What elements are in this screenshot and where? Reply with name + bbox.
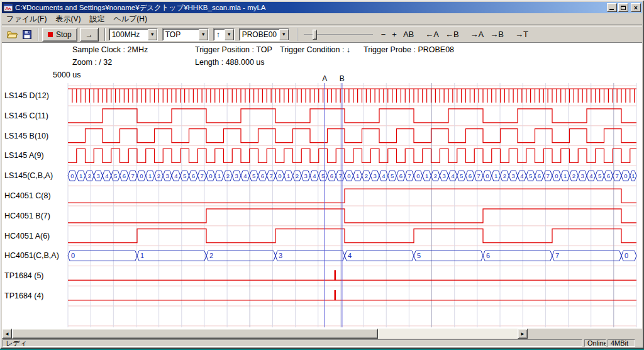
bus-value: 4 xyxy=(313,172,316,179)
bus-value: 7 xyxy=(615,172,618,179)
bus-value: 3 xyxy=(279,252,282,259)
bus-value: 7 xyxy=(408,172,411,179)
time-scale-label: 5000 us xyxy=(53,71,80,79)
statusbar: レディ Online 4MBit xyxy=(2,339,642,347)
waveform-trace xyxy=(68,229,636,243)
bus-value: 5 xyxy=(183,172,186,179)
bus-value: 4 xyxy=(243,172,247,179)
bus-value: 0 xyxy=(625,252,628,259)
bus-value: 6 xyxy=(261,172,264,179)
channel-label: LS145 D(12) xyxy=(4,90,67,101)
bus-value: 2 xyxy=(572,172,575,179)
channel-label: TP1684 (4) xyxy=(4,290,67,302)
cursor-b-label: B xyxy=(340,74,345,83)
bus-trace xyxy=(68,251,636,261)
bus-value: 2 xyxy=(226,172,230,179)
bus-value: 2 xyxy=(365,172,368,179)
channel-label: LS145 C(11) xyxy=(4,110,67,121)
bus-value: 4 xyxy=(105,172,108,179)
bus-trace xyxy=(68,171,636,181)
horizontal-scrollbar[interactable]: ◄ ► xyxy=(2,329,528,339)
channel-label: TP1684 (5) xyxy=(4,270,67,281)
bus-value: 7 xyxy=(555,252,559,259)
bus-value: 3 xyxy=(580,172,584,179)
channel-label: LS145 B(10) xyxy=(4,130,67,142)
bus-value: 3 xyxy=(304,172,307,179)
bus-value: 1 xyxy=(564,172,567,179)
bus-value: 3 xyxy=(511,172,514,179)
bus-value: 1 xyxy=(140,252,144,259)
scrollbar-thumb[interactable] xyxy=(12,329,378,339)
pulse-mark xyxy=(335,270,336,280)
bus-value: 4 xyxy=(451,172,454,179)
bus-value: 4 xyxy=(589,172,592,179)
bus-value: 0 xyxy=(140,172,143,179)
waveform-trace xyxy=(68,209,636,223)
bus-value: 4 xyxy=(174,172,177,179)
bus-value: 1 xyxy=(287,172,290,179)
waveform-trace xyxy=(68,129,636,143)
bus-value: 5 xyxy=(252,172,255,179)
waveform-trace xyxy=(68,189,636,203)
bus-value: 3 xyxy=(96,172,99,179)
waveform-trace xyxy=(68,89,636,103)
bus-value: 0 xyxy=(209,172,212,179)
scroll-left-icon: ◄ xyxy=(4,331,9,337)
status-online-badge: Online xyxy=(584,339,606,347)
bus-value: 1 xyxy=(218,172,221,179)
bus-value: 4 xyxy=(382,172,385,179)
bus-value: 2 xyxy=(434,172,437,179)
scroll-right-button[interactable]: ► xyxy=(518,329,528,339)
status-memory-badge: 4MBit xyxy=(608,339,635,347)
bus-value: 6 xyxy=(399,172,402,179)
bus-value: 7 xyxy=(546,172,549,179)
scroll-left-button[interactable]: ◄ xyxy=(2,329,12,339)
app-window: C:¥Documents and Settings¥noname¥デスクトップ¥… xyxy=(0,0,644,349)
channel-label: LS145 A(9) xyxy=(4,150,67,161)
bus-value: 2 xyxy=(296,172,299,179)
waveform-trace xyxy=(68,109,636,123)
bus-value: 0 xyxy=(624,172,627,179)
bus-value: 4 xyxy=(520,172,523,179)
scroll-right-icon: ► xyxy=(520,331,525,337)
bus-value: 6 xyxy=(486,252,490,259)
bus-value: 0 xyxy=(416,172,419,179)
bus-value: 2 xyxy=(209,252,213,259)
bus-value: 7 xyxy=(131,172,134,179)
bus-value: 1 xyxy=(356,172,359,179)
bus-value: 2 xyxy=(157,172,160,179)
bus-value: 0 xyxy=(71,252,75,259)
channel-label: LS145(C,B,A) xyxy=(4,170,67,181)
bus-value: 6 xyxy=(607,172,610,179)
grid-vertical-minor xyxy=(68,83,636,327)
waveform-trace xyxy=(68,149,636,162)
bus-value: 6 xyxy=(123,172,126,179)
bus-value: 5 xyxy=(321,172,325,179)
channel-label: HC4051(C,B,A) xyxy=(4,250,67,261)
bus-value: 1 xyxy=(148,172,152,179)
bus-value: 5 xyxy=(391,172,394,179)
bus-value: 3 xyxy=(165,172,169,179)
length-info: Length : 488.000 us xyxy=(195,58,265,67)
bus-value: 5 xyxy=(598,172,601,179)
status-ready: レディ xyxy=(3,339,582,347)
channel-label: HC4051 C(8) xyxy=(4,190,67,201)
grid-horizontal xyxy=(68,86,636,326)
bus-value: 3 xyxy=(373,172,376,179)
cursor-a-label: A xyxy=(322,74,327,83)
channel-label: HC4051 B(7) xyxy=(4,210,67,222)
bus-value: 7 xyxy=(338,172,341,179)
bus-value: 1 xyxy=(79,172,82,179)
bus-value: 1 xyxy=(631,172,635,179)
zoom-info: Zoom : / 32 xyxy=(72,58,112,67)
bus-value: 7 xyxy=(200,172,203,179)
bus-value: 2 xyxy=(88,172,91,179)
bus-value: 0 xyxy=(347,172,350,179)
bus-value: 0 xyxy=(278,172,281,179)
bus-value: 1 xyxy=(494,172,497,179)
channel-label: HC4051 A(6) xyxy=(4,230,67,242)
bus-value: 3 xyxy=(442,172,445,179)
trigger-probe-info: Trigger Probe : PROBE08 xyxy=(364,45,454,54)
trigger-position-info: Trigger Position : TOP xyxy=(195,45,272,54)
bus-value: 0 xyxy=(486,172,489,179)
